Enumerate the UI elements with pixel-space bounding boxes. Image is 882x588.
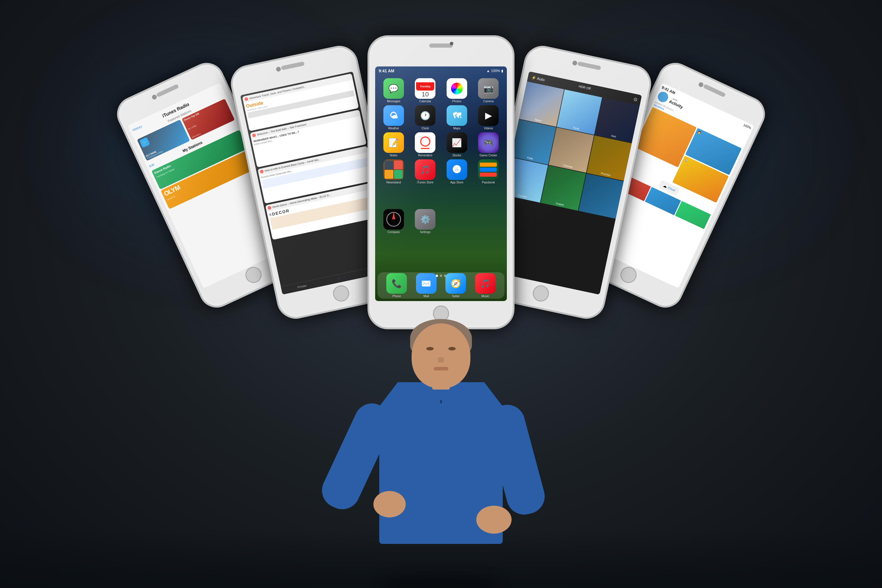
videos-label: Videos <box>484 127 493 130</box>
newsstand-icon <box>383 159 404 180</box>
app-reminders[interactable]: Reminders <box>411 132 440 157</box>
wifi-icon: ▲ <box>486 69 490 73</box>
stocks-label: Stocks <box>453 154 461 157</box>
mail-dock-icon: ✉️ <box>416 273 436 294</box>
gamecenter-icon: 🎮 <box>478 132 499 153</box>
app-clock[interactable]: 🕐 Clock <box>411 105 440 130</box>
weather-icon: 🌤 <box>383 105 404 126</box>
appstore-icon: 🅐 <box>447 159 467 180</box>
maps-label: Maps <box>453 127 460 130</box>
phone-home-near-right <box>531 284 550 303</box>
app-grid: 💬 Messages Tuesday 10 Calendar <box>378 77 504 186</box>
filter-instant[interactable]: Instant <box>541 165 586 211</box>
camera-label: Camera <box>483 100 494 103</box>
app-compass[interactable]: Compass <box>379 209 408 234</box>
app-game-center[interactable]: 🎮 Game Center <box>474 132 503 157</box>
app-row-5: Compass ⚙️ Settings <box>378 208 504 235</box>
settings-icon: ⚙️ <box>415 209 435 230</box>
messages-icon: 💬 <box>383 78 404 99</box>
camera-icon: 📷 <box>478 78 499 99</box>
status-bar-center: 9:41 AM ▲ 100% ▮ <box>375 66 507 75</box>
compass-icon <box>383 209 404 230</box>
app-stocks[interactable]: 📈 Stocks <box>442 132 472 157</box>
twitter-icon: 🐦 <box>140 137 150 148</box>
messages-label: Messages <box>387 100 400 103</box>
newsstand-label: Newsstand <box>386 181 401 184</box>
dock-music[interactable]: 🎵 Music <box>475 273 496 298</box>
app-maps[interactable]: 🗺 Maps <box>442 105 472 130</box>
app-camera[interactable]: 📷 Camera <box>474 78 503 103</box>
app-newsstand[interactable]: Newsstand <box>379 159 408 184</box>
app-empty-2 <box>474 209 503 234</box>
filter-chrome[interactable]: Chrome <box>549 127 594 172</box>
phone-speaker-far-left <box>156 84 179 98</box>
compass-label: Compass <box>387 231 400 234</box>
app-notes[interactable]: 📝 Notes <box>379 132 408 157</box>
presenter-hand-left <box>374 491 406 518</box>
filter-tonal[interactable]: Tonal <box>557 89 602 135</box>
flash-label: ⚡ Auto <box>531 75 545 82</box>
clock-icon: 🕐 <box>415 105 435 126</box>
instant-label: Instant <box>542 199 578 209</box>
app-itunes-store[interactable]: 🎵 iTunes Store <box>411 159 440 184</box>
camera-toggle-icon[interactable]: ⊙ <box>633 96 638 102</box>
phone-speaker-near-right <box>578 62 601 70</box>
videos-icon: ▶ <box>478 105 499 126</box>
app-weather[interactable]: 🌤 Weather <box>379 105 408 130</box>
photos-icon <box>447 78 467 99</box>
safari-dock-icon: 🧭 <box>446 273 466 294</box>
clock-label: Clock <box>422 127 429 130</box>
phone-camera-far-right <box>698 81 704 88</box>
presenter-figure <box>341 309 541 588</box>
safari-dock-label: Safari <box>452 295 459 298</box>
filter-fade[interactable]: Fade <box>511 119 556 165</box>
dot-3 <box>444 274 446 277</box>
dock-phone[interactable]: 📞 Phone <box>386 273 407 298</box>
history-link: History <box>132 124 142 132</box>
maps-icon: 🗺 <box>447 105 467 126</box>
app-messages[interactable]: 💬 Messages <box>379 78 408 103</box>
app-app-store[interactable]: 🅐 App Store <box>442 159 472 184</box>
stocks-icon: 📈 <box>447 132 467 153</box>
app-photos[interactable]: Photos <box>442 78 472 103</box>
presenter-shadow <box>382 576 500 588</box>
music-dock-label: Music <box>482 295 489 298</box>
calendar-icon: Tuesday 10 <box>415 78 435 99</box>
calendar-label: Calendar <box>419 100 431 103</box>
game-center-label: Game Center <box>480 154 497 157</box>
app-store-label: App Store <box>450 181 464 184</box>
phone-camera-near-right <box>572 60 578 66</box>
mail-dock-label: Mail <box>424 295 429 298</box>
presenter-head <box>412 323 470 388</box>
dock-mail[interactable]: ✉️ Mail <box>416 273 436 298</box>
app-settings[interactable]: ⚙️ Settings <box>411 209 440 234</box>
music-dock-icon: 🎵 <box>475 273 496 294</box>
page-dots <box>436 274 446 277</box>
battery-indicator: ▮ <box>501 69 503 73</box>
mouth <box>434 367 448 370</box>
filter-mono[interactable]: Mono <box>519 81 564 127</box>
safari-private-btn[interactable]: Private <box>297 284 307 289</box>
colorwheel <box>451 82 463 94</box>
person-body <box>356 323 526 588</box>
filter-process[interactable]: Process <box>586 135 632 181</box>
photos-label: Photos <box>452 100 461 103</box>
phone-camera-near-left <box>276 66 281 72</box>
app-videos[interactable]: ▶ Videos <box>474 105 503 130</box>
reminders-icon <box>415 132 435 153</box>
filter-extra[interactable] <box>579 174 624 219</box>
microphone-clip <box>440 400 442 404</box>
filter-noir[interactable]: Noir <box>594 98 640 143</box>
app-empty-1 <box>442 209 472 234</box>
reminders-label: Reminders <box>418 154 432 157</box>
dot-1 <box>436 274 438 277</box>
dock-safari[interactable]: 🧭 Safari <box>446 273 466 298</box>
status-icons: ▲ 100% ▮ <box>486 69 503 73</box>
weather-label: Weather <box>388 127 399 130</box>
app-passbook[interactable]: Passbook <box>474 159 503 184</box>
safari-add-btn[interactable]: + <box>338 277 340 280</box>
presenter-hand-right <box>476 506 512 534</box>
phone-dock-label: Phone <box>393 295 401 298</box>
phone-home-near-left <box>332 284 351 303</box>
app-calendar[interactable]: Tuesday 10 Calendar <box>411 78 440 103</box>
